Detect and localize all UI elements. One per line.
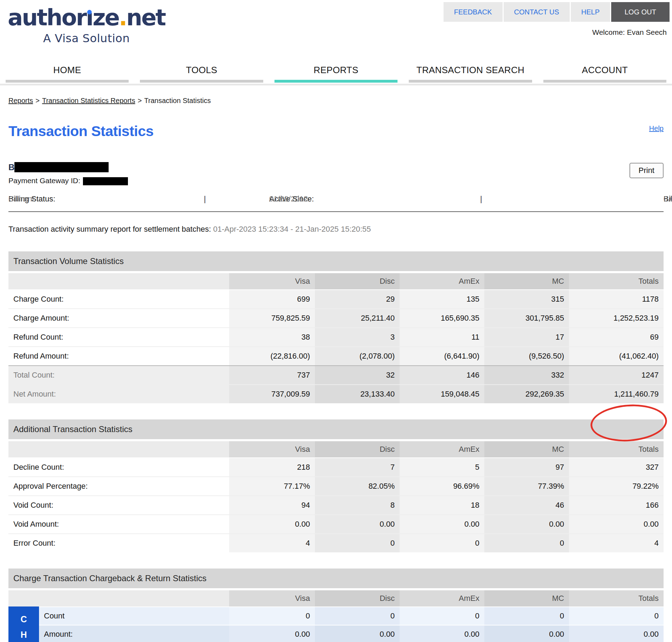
help-link[interactable]: Help [649,124,664,133]
cell-amex: 165,690.35 [400,309,484,327]
cell-disc: 8 [315,496,400,514]
authorize-net-logo[interactable]: authorıze.net A Visa Solution [8,6,165,45]
nav-underline [6,80,129,83]
cell-mc: 0.00 [484,515,569,533]
cell-mc: 97 [484,458,569,476]
chargebacks-vertical-label: C H [8,606,39,642]
cell-mc: 332 [484,366,569,384]
main-nav: HOME TOOLS REPORTS TRANSACTION SEARCH AC… [0,65,672,83]
logo-wordmark: authorıze.net [8,6,165,29]
row-label: Count [39,607,229,625]
table-row-decline-count: Decline Count: 218 7 5 97 327 [8,457,664,476]
nav-item-transaction-search[interactable]: TRANSACTION SEARCH [403,65,537,83]
cell-visa: 737 [229,366,315,384]
column-header-amex: AmEx [400,590,484,606]
table-row-error-count: Error Count: 4 0 0 0 4 [8,533,664,552]
utility-nav: FEEDBACK CONTACT US HELP LOG OUT [444,2,670,22]
cell-mc: 0.00 [484,625,569,642]
cell-disc: 25,211.40 [315,309,400,327]
cell-totals: 1247 [569,366,664,384]
column-header-empty [8,441,229,457]
cell-disc: 32 [315,366,400,384]
cell-amex: 96.69% [400,477,484,495]
breadcrumb-link-reports[interactable]: Reports [8,97,33,104]
header-right: FEEDBACK CONTACT US HELP LOG OUT Welcome… [444,2,670,37]
nav-underline [409,80,532,83]
report-description: Transaction activity summary report for … [8,225,664,234]
table-row-total-count: Total Count: 737 32 146 332 1247 [8,365,664,384]
column-header-mc: MC [484,441,569,457]
chargeback-table-body: C H Count 0 0 0 0 0 Amount: 0.00 0.00 0.… [8,606,664,642]
cell-visa: 699 [229,290,315,308]
row-label: Refund Count: [8,328,229,346]
print-button[interactable]: Print [629,163,664,178]
cell-totals: 1,252,523.19 [569,309,664,327]
cell-amex: 146 [400,366,484,384]
row-label: Void Count: [8,496,229,514]
row-label: Approval Percentage: [8,477,229,495]
logout-button[interactable]: LOG OUT [611,2,670,22]
column-header-mc: MC [484,590,569,606]
nav-underline [140,80,263,83]
table-row-net-amount: Net Amount: 737,009.59 23,133.40 159,048… [8,384,664,403]
section-additional-transaction-statistics: Additional Transaction Statistics Visa D… [8,419,664,552]
logo-text-mid: ze [92,5,119,31]
cell-disc: 7 [315,458,400,476]
cell-disc: 3 [315,328,400,346]
nav-divider [0,84,672,85]
cell-visa: (22,816.00) [229,347,315,365]
nav-item-tools[interactable]: TOOLS [134,65,269,83]
cell-totals: 69 [569,328,664,346]
cell-disc: 0.00 [315,515,400,533]
billing-separator: | [204,194,206,204]
column-header-amex: AmEx [400,441,484,457]
nav-item-account[interactable]: ACCOUNT [538,65,672,83]
nav-item-reports[interactable]: REPORTS [269,65,403,83]
billing-separator: | [480,194,482,204]
cell-amex: 135 [400,290,484,308]
cell-totals: 327 [569,458,664,476]
nav-item-home[interactable]: HOME [0,65,134,83]
redaction-bar-gateway-id [83,177,128,185]
nav-underline-active [274,80,398,83]
cell-visa: 94 [229,496,315,514]
cell-visa: 77.17% [229,477,315,495]
contact-us-button[interactable]: CONTACT US [504,2,570,22]
column-header-visa: Visa [229,590,315,606]
breadcrumb: Reports>Transaction Statistics Reports>T… [8,97,664,105]
logo-orange-dot-icon: . [119,5,126,31]
row-label: Amount: [39,625,229,642]
cell-disc: 0 [315,607,400,625]
breadcrumb-link-transaction-statistics-reports[interactable]: Transaction Statistics Reports [42,97,135,104]
table-row-refund-amount: Refund Amount: (22,816.00) (2,078.00) (6… [8,346,664,365]
cell-visa: 38 [229,328,315,346]
help-button[interactable]: HELP [571,2,610,22]
column-header-row: Visa Disc AmEx MC Totals [8,590,664,606]
column-header-disc: Disc [315,273,400,289]
column-header-disc: Disc [315,590,400,606]
column-header-row: Visa Disc AmEx MC Totals [8,441,664,457]
column-header-totals: Totals [569,590,664,606]
page: authorıze.net A Visa Solution FEEDBACK C… [0,0,672,642]
cell-totals: 0.00 [569,625,664,642]
cell-disc: 0 [315,534,400,552]
cell-amex: 11 [400,328,484,346]
merchant-info: B Payment Gateway ID: Print [8,162,664,185]
table-row-chargeback-count: Count 0 0 0 0 0 [39,606,664,625]
logo-text-suffix: net [126,5,165,31]
gateway-id-label: Payment Gateway ID: [8,176,80,185]
report-date-range: 01-Apr-2023 15:23:34 - 21-Jan-2025 15:20… [213,225,371,233]
billing-strip: Billing Status: Current | Active Since: … [8,194,664,204]
row-label: Decline Count: [8,458,229,476]
title-row: Transaction Statistics Help [8,123,664,140]
cell-amex: (6,641.90) [400,347,484,365]
cell-visa: 0.00 [229,515,315,533]
cell-totals: 0 [569,607,664,625]
column-header-empty [8,590,229,606]
cell-visa: 0.00 [229,625,315,642]
row-label: Charge Count: [8,290,229,308]
feedback-button[interactable]: FEEDBACK [444,2,503,22]
cell-mc: (9,526.50) [484,347,569,365]
table-row-void-amount: Void Amount: 0.00 0.00 0.00 0.00 0.00 [8,514,664,533]
column-header-totals: Totals [569,441,664,457]
